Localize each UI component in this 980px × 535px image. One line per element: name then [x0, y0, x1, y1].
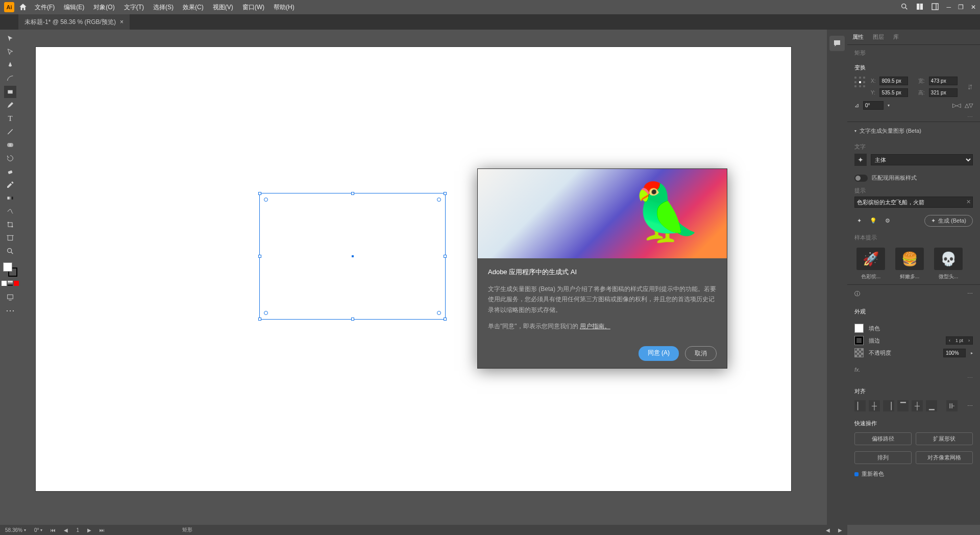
menu-edit[interactable]: 编辑(E)	[64, 3, 84, 12]
pixel-align-button[interactable]: 对齐像素网格	[916, 451, 973, 464]
type-tool-icon[interactable]: T	[4, 112, 16, 125]
offset-path-button[interactable]: 偏移路径	[854, 432, 912, 445]
stroke-width-stepper[interactable]: ‹1 pt›	[946, 336, 973, 345]
tab-close-icon[interactable]: ×	[120, 18, 124, 26]
direct-selection-tool-icon[interactable]	[4, 46, 16, 58]
sample-prompt-2[interactable]: 🍔 鲜嫩多...	[893, 248, 926, 280]
transform-more-icon[interactable]: ⋯	[847, 113, 980, 121]
link-dimensions-icon[interactable]: ⮃	[967, 84, 973, 90]
tab-properties[interactable]: 属性	[852, 33, 864, 41]
user-guide-link[interactable]: 用户指南。	[580, 323, 610, 330]
selection-tool-icon[interactable]	[4, 33, 16, 45]
eraser-tool-icon[interactable]	[4, 165, 16, 178]
zoom-dropdown-icon[interactable]: ▾	[24, 528, 26, 532]
document-tab[interactable]: 未标题-1* @ 58.36 % (RGB/预览) ×	[18, 14, 130, 30]
stroke-swatch[interactable]	[854, 336, 864, 345]
prompt-input[interactable]	[854, 197, 973, 208]
align-right-icon[interactable]: ▕	[883, 400, 894, 411]
curvature-tool-icon[interactable]	[4, 72, 16, 85]
artboard-index[interactable]: 1	[76, 527, 79, 533]
angle-dropdown-icon[interactable]: ▾	[888, 103, 890, 108]
screen-mode-icon[interactable]	[4, 291, 16, 303]
width-tool-icon[interactable]	[4, 205, 16, 217]
align-vcenter-icon[interactable]: ┼	[912, 400, 923, 411]
sample-prompt-3[interactable]: 💀 微型头...	[932, 248, 965, 280]
arrange-windows-icon[interactable]	[916, 3, 924, 12]
align-more-icon[interactable]: ⋯	[967, 403, 973, 409]
text-to-vector-header[interactable]: ▾ 文字生成矢量图形 (Beta)	[847, 121, 980, 140]
eyedropper-tool-icon[interactable]	[4, 179, 16, 191]
width-input[interactable]	[929, 77, 958, 85]
zoom-value[interactable]: 58.36%	[5, 527, 22, 533]
comments-icon[interactable]	[829, 36, 845, 51]
appearance-more-icon[interactable]: ⋯	[847, 374, 980, 382]
paintbrush-tool-icon[interactable]	[4, 99, 16, 111]
minimize-icon[interactable]: ─	[946, 4, 951, 11]
workspace-icon[interactable]	[931, 3, 939, 12]
artboard-nav-prev-icon[interactable]: ◀	[64, 527, 68, 533]
close-icon[interactable]: ✕	[971, 4, 976, 11]
style-swatch-icon[interactable]: ✦	[854, 154, 867, 166]
color-mode-icons[interactable]	[2, 281, 19, 286]
pen-tool-icon[interactable]	[4, 59, 16, 71]
opacity-swatch[interactable]	[854, 348, 864, 357]
tab-libraries[interactable]: 库	[893, 33, 899, 41]
menu-type[interactable]: 文字(T)	[124, 3, 144, 12]
artboard-tool-icon[interactable]	[4, 232, 16, 244]
opacity-dropdown-icon[interactable]: ▸	[971, 351, 973, 355]
shape-builder-tool-icon[interactable]	[4, 139, 16, 151]
angle-input[interactable]	[863, 101, 884, 110]
scroll-right-icon[interactable]: ▶	[838, 527, 842, 533]
menu-file[interactable]: 文件(F)	[35, 3, 55, 12]
menu-effect[interactable]: 效果(C)	[183, 3, 204, 12]
y-input[interactable]	[879, 88, 908, 97]
gradient-tool-icon[interactable]	[4, 192, 16, 204]
clear-prompt-icon[interactable]: ✕	[966, 199, 971, 205]
arrange-button[interactable]: 排列	[854, 451, 912, 464]
gear-icon[interactable]: ⚙	[883, 216, 892, 226]
menu-view[interactable]: 视图(V)	[213, 3, 233, 12]
fx-label[interactable]: fx.	[847, 363, 980, 374]
recolor-button[interactable]: 重新着色	[862, 470, 884, 478]
opacity-input[interactable]	[943, 349, 966, 357]
menu-window[interactable]: 窗口(W)	[242, 3, 264, 12]
zoom-tool-icon[interactable]	[4, 245, 16, 257]
variations-icon[interactable]: ✦	[854, 216, 864, 226]
artboard-nav-last-icon[interactable]: ⏭	[100, 527, 105, 533]
menu-select[interactable]: 选择(S)	[153, 3, 174, 12]
align-bottom-icon[interactable]: ▁	[926, 400, 937, 411]
rectangle-tool-icon[interactable]	[4, 86, 16, 98]
section-more-icon[interactable]: ⋯	[967, 290, 973, 297]
reference-point-grid[interactable]	[854, 77, 867, 89]
scroll-left-icon[interactable]: ◀	[826, 527, 830, 533]
align-top-icon[interactable]: ▔	[897, 400, 909, 411]
line-tool-icon[interactable]	[4, 126, 16, 138]
align-hcenter-icon[interactable]: ┼	[869, 400, 880, 411]
align-left-icon[interactable]: ▏	[854, 400, 866, 411]
artboard-nav-next-icon[interactable]: ▶	[87, 527, 91, 533]
cancel-button[interactable]: 取消	[685, 346, 717, 361]
menu-help[interactable]: 帮助(H)	[274, 3, 295, 12]
maximize-icon[interactable]: ❐	[958, 4, 964, 11]
artboard-nav-first-icon[interactable]: ⏮	[51, 527, 56, 533]
flip-horizontal-icon[interactable]: ▷◁	[952, 102, 961, 109]
x-input[interactable]	[879, 77, 908, 85]
tab-layers[interactable]: 图层	[873, 33, 884, 41]
edit-toolbar-icon[interactable]: ⋯	[4, 304, 16, 317]
menu-object[interactable]: 对象(O)	[93, 3, 114, 12]
search-icon[interactable]	[900, 3, 909, 12]
rotate-value[interactable]: 0°	[34, 527, 39, 533]
expand-shape-button[interactable]: 扩展形状	[916, 432, 973, 445]
selected-rectangle[interactable]	[259, 193, 446, 320]
info-icon[interactable]: ⓘ	[854, 290, 860, 298]
sample-prompt-1[interactable]: 🚀 色彩缤...	[854, 248, 887, 280]
fill-swatch[interactable]	[854, 324, 864, 333]
distribute-icon[interactable]: ⊪	[946, 400, 958, 411]
home-icon[interactable]	[18, 3, 28, 12]
rotate-tool-icon[interactable]	[4, 152, 16, 164]
style-select[interactable]: 主体	[871, 154, 973, 165]
flip-vertical-icon[interactable]: △▽	[965, 102, 973, 109]
agree-button[interactable]: 同意 (A)	[639, 346, 679, 361]
match-style-toggle[interactable]	[854, 175, 868, 182]
fill-stroke-swatch[interactable]	[3, 262, 17, 277]
